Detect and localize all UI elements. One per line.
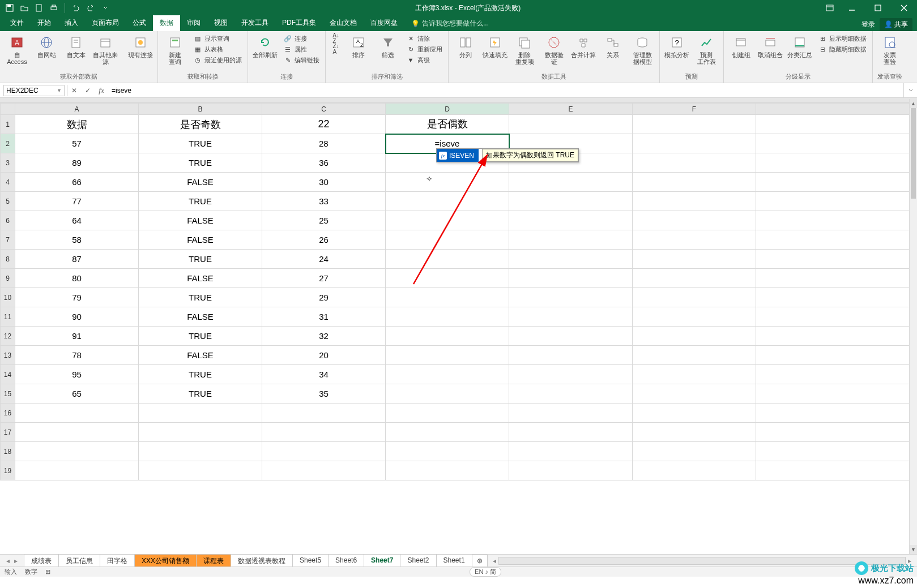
cell[interactable]: 28 xyxy=(262,134,386,153)
col-header-B[interactable]: B xyxy=(139,104,262,115)
cell[interactable] xyxy=(633,230,756,250)
remove-dup-button[interactable]: 删除 重复项 xyxy=(511,33,538,66)
cell[interactable] xyxy=(386,442,509,461)
sheet-tab[interactable]: Sheet7 xyxy=(364,554,400,568)
cell[interactable] xyxy=(633,346,756,365)
sheet-tab[interactable]: Sheet1 xyxy=(436,554,472,568)
cell[interactable]: 79 xyxy=(15,288,139,307)
cell[interactable]: 87 xyxy=(15,250,139,269)
cell[interactable]: TRUE xyxy=(139,192,262,211)
from-text-button[interactable]: 自文本 xyxy=(62,33,89,59)
cell[interactable] xyxy=(386,173,509,192)
cell[interactable] xyxy=(386,230,509,250)
cell[interactable] xyxy=(509,384,633,404)
cell[interactable] xyxy=(756,173,912,192)
cell[interactable] xyxy=(386,192,509,211)
row-header[interactable]: 7 xyxy=(1,230,15,250)
select-all-corner[interactable] xyxy=(1,104,15,115)
cell[interactable]: 57 xyxy=(15,134,139,153)
tab-view[interactable]: 视图 xyxy=(207,15,234,31)
existing-conn-button[interactable]: 现有连接 xyxy=(127,33,154,59)
cell[interactable] xyxy=(509,365,633,384)
flash-fill-button[interactable]: 快速填充 xyxy=(481,33,509,59)
cell[interactable] xyxy=(509,307,633,327)
cell[interactable] xyxy=(633,211,756,230)
share-button[interactable]: 👤 共享 xyxy=(880,18,912,31)
cell[interactable] xyxy=(633,134,756,153)
cell[interactable] xyxy=(262,404,386,423)
tab-data[interactable]: 数据 xyxy=(153,15,180,31)
cell[interactable] xyxy=(509,173,633,192)
cell[interactable] xyxy=(262,442,386,461)
cell[interactable] xyxy=(756,153,912,173)
cell[interactable] xyxy=(633,115,756,134)
cell[interactable]: TRUE xyxy=(139,250,262,269)
row-header[interactable]: 8 xyxy=(1,250,15,269)
cell[interactable]: 35 xyxy=(262,384,386,404)
ribbon-opts-icon[interactable] xyxy=(821,0,839,16)
cell[interactable] xyxy=(15,423,139,442)
cell[interactable]: 30 xyxy=(262,173,386,192)
cell[interactable] xyxy=(509,346,633,365)
sheet-tab[interactable]: 课程表 xyxy=(196,554,231,568)
name-box[interactable]: HEX2DEC▼ xyxy=(3,85,65,96)
sheet-tab[interactable]: 成绩表 xyxy=(24,554,59,568)
cell[interactable] xyxy=(262,461,386,480)
col-header-E[interactable]: E xyxy=(509,104,633,115)
cell[interactable] xyxy=(756,423,912,442)
redo-icon[interactable] xyxy=(84,2,97,14)
connections-button[interactable]: 🔗连接 xyxy=(281,33,322,44)
save-icon[interactable] xyxy=(3,2,16,14)
forecast-sheet-button[interactable]: 预测 工作表 xyxy=(693,33,720,66)
cell[interactable] xyxy=(15,461,139,480)
col-header-D[interactable]: D xyxy=(386,104,509,115)
cell[interactable] xyxy=(509,288,633,307)
cell[interactable]: TRUE xyxy=(139,365,262,384)
cell[interactable] xyxy=(633,192,756,211)
cell[interactable] xyxy=(633,442,756,461)
cell[interactable]: TRUE xyxy=(139,384,262,404)
filter-button[interactable]: 筛选 xyxy=(374,33,402,59)
cell[interactable]: 27 xyxy=(262,269,386,288)
cell[interactable] xyxy=(15,404,139,423)
show-queries-button[interactable]: ▤显示查询 xyxy=(191,33,244,44)
cell[interactable] xyxy=(633,307,756,327)
tab-insert[interactable]: 插入 xyxy=(58,15,85,31)
ungroup-button[interactable]: 取消组合 xyxy=(757,33,784,59)
cell[interactable] xyxy=(386,269,509,288)
clear-filter-button[interactable]: ✕清除 xyxy=(404,33,445,44)
cell[interactable]: FALSE xyxy=(139,269,262,288)
cell[interactable] xyxy=(756,442,912,461)
refresh-all-button[interactable]: 全部刷新 xyxy=(251,33,279,59)
cell[interactable]: 66 xyxy=(15,173,139,192)
tab-file[interactable]: 文件 xyxy=(3,15,31,31)
row-header[interactable]: 15 xyxy=(1,384,15,404)
row-header[interactable]: 5 xyxy=(1,192,15,211)
minimize-button[interactable] xyxy=(839,0,865,16)
row-header[interactable]: 19 xyxy=(1,461,15,480)
from-access-button[interactable]: A自 Access xyxy=(3,33,31,66)
sheet-tab[interactable]: 田字格 xyxy=(100,554,135,568)
cell[interactable] xyxy=(633,173,756,192)
whatif-button[interactable]: ?模拟分析 xyxy=(663,33,690,59)
consolidate-button[interactable]: 合并计算 xyxy=(570,33,597,59)
data-validation-button[interactable]: 数据验 证 xyxy=(540,33,568,66)
cell[interactable] xyxy=(756,346,912,365)
cell[interactable] xyxy=(756,134,912,153)
row-header[interactable]: 18 xyxy=(1,442,15,461)
cell[interactable] xyxy=(386,404,509,423)
cell[interactable] xyxy=(509,250,633,269)
row-header[interactable]: 2 xyxy=(1,134,15,153)
show-detail-button[interactable]: ⊞显示明细数据 xyxy=(816,33,869,44)
qat-more-icon[interactable] xyxy=(99,2,112,14)
cell[interactable] xyxy=(386,423,509,442)
tab-home[interactable]: 开始 xyxy=(31,15,58,31)
cell[interactable] xyxy=(509,327,633,346)
cell[interactable] xyxy=(633,327,756,346)
cell[interactable] xyxy=(139,423,262,442)
sheet-nav-first[interactable]: ◂ xyxy=(5,557,11,565)
cell[interactable] xyxy=(139,442,262,461)
edit-links-button[interactable]: ✎编辑链接 xyxy=(281,55,322,65)
row-header[interactable]: 3 xyxy=(1,153,15,173)
data-model-button[interactable]: 管理数 据模型 xyxy=(629,33,656,66)
